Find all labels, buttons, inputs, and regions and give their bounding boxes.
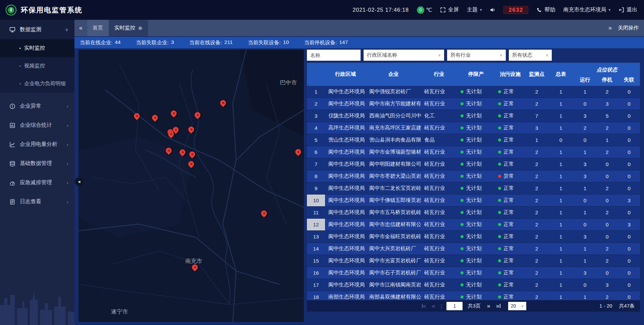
cell-lost: 0 — [618, 161, 640, 167]
sidebar-group-item[interactable]: 企业异常 ‹ — [0, 97, 74, 116]
collapse-map-button[interactable]: ◀ — [75, 178, 83, 185]
sidebar-group-item[interactable]: 应急减排管理 ‹ — [0, 173, 74, 192]
prev-page-button[interactable]: « — [431, 302, 437, 310]
cell-enterprise: 南部县双佛建材有限公 — [366, 293, 421, 300]
table-row[interactable]: 10 阆中生态环境局 阆中千佛镇五郎垭页岩 砖瓦行业 无计划 正常 — [307, 195, 640, 207]
table-row[interactable]: 8 阆中生态环境局 阆中市枣碧大梁山页岩 砖瓦行业 无计划 异常 — [307, 170, 640, 182]
cell-region: 阆中生态环境局 — [325, 197, 366, 204]
app-logo-icon — [5, 4, 17, 16]
industry-filter-select[interactable]: 所有行业 ∨ — [447, 50, 506, 61]
cell-enterprise: 阆中市石子页岩机砖厂 — [366, 269, 421, 276]
table-row[interactable]: 17 阆中生态环境局 阆中市江南镇阆南页岩 砖瓦行业 无计划 正常 — [307, 279, 640, 291]
stat-label: 当前失联企业: — [136, 39, 169, 46]
tabs-scroll-right-button[interactable]: » — [604, 24, 616, 32]
table-row[interactable]: 9 阆中生态环境局 阆中市二龙长宝页岩砖 砖瓦行业 无计划 正常 — [307, 182, 640, 195]
next-page-button[interactable]: » — [486, 302, 492, 310]
tab-close-icon[interactable]: ⊗ — [138, 25, 143, 31]
row-number: 14 — [307, 243, 325, 255]
sidebar-group-label: 数据监测 — [20, 26, 61, 33]
sidebar-group-item[interactable]: 企业用电量分析 ‹ — [0, 135, 74, 154]
tab[interactable]: 首页 ⊗ — [87, 20, 108, 36]
cell-monitor-points: 2 — [526, 270, 548, 276]
cell-industry: 砖瓦行业 — [421, 161, 457, 168]
sidebar-sub-item[interactable]: 企业电力负荷明细 — [0, 75, 74, 93]
status-dot-icon — [498, 126, 501, 129]
row-number: 4 — [307, 122, 325, 134]
region-filter-select[interactable]: 行政区域名称 ∨ — [364, 50, 444, 61]
cell-lost: 3 — [618, 198, 640, 204]
close-operations-button[interactable]: 关闭操作 — [618, 24, 639, 32]
database-icon — [9, 161, 15, 167]
sidebar-group-item[interactable]: 日志查看 ‹ — [0, 192, 74, 211]
table-row[interactable]: 16 阆中生态环境局 阆中市石子页岩机砖厂 砖瓦行业 无计划 正常 — [307, 267, 640, 279]
cell-enterprise: 阆中市江南镇阆南页岩 — [366, 281, 421, 288]
sidebar-group-label: 基础数据管理 — [20, 160, 62, 167]
table-row[interactable]: 5 营山生态环境局 营山县润丰肉食品有限 食品 无计划 正常 — [307, 134, 640, 146]
facility-status-label: 正常 — [503, 161, 514, 168]
temperature-value: 0 — [417, 6, 424, 14]
cell-monitor-points: 2 — [526, 246, 548, 252]
cell-total-meter: 1 — [548, 125, 574, 131]
table-row[interactable]: 11 阆中生态环境局 阆中市五马桥页岩机砖 砖瓦行业 无计划 正常 — [307, 207, 640, 219]
status-dot-icon — [498, 223, 501, 226]
sidebar-group-item[interactable]: 企业综合统计 ‹ — [0, 116, 74, 135]
org-menu-button[interactable]: 南充市生态环境局 ▾ — [563, 6, 610, 13]
cell-lost: 0 — [618, 137, 640, 143]
sidebar-sub-item[interactable]: 视频监控 — [0, 57, 74, 75]
theme-menu-button[interactable]: 主题 ▾ — [467, 6, 482, 13]
table-row[interactable]: 4 高坪生态环境局 南充市高坪区王家店建 砖瓦行业 无计划 正常 — [307, 122, 640, 134]
cell-industry: 食品 — [421, 137, 457, 144]
sidebar-sub-label: 视频监控 — [24, 62, 45, 69]
range-label: 1 - 20 — [599, 303, 612, 309]
logout-button[interactable]: 退出 — [619, 6, 637, 13]
sidebar-sub-item[interactable]: 实时监控 — [0, 39, 74, 57]
col-header-industry: 行业 — [421, 63, 457, 86]
map-panel[interactable]: 巴中市 南充市 遂宁市 — [78, 50, 304, 322]
col-header-halt: 停机 — [596, 74, 618, 86]
first-page-button[interactable]: « — [421, 302, 428, 310]
table-row[interactable]: 18 南部生态环境局 南部县双佛建材有限公 砖瓦行业 无计划 正常 — [307, 291, 640, 300]
cell-running: 3 — [574, 113, 596, 119]
tab[interactable]: 实时监控 ⊗ — [109, 20, 148, 36]
table-row[interactable]: 14 阆中生态环境局 阆中大兴页岩机砖厂 砖瓦行业 无计划 正常 — [307, 243, 640, 255]
last-page-button[interactable]: » — [495, 302, 502, 310]
help-button[interactable]: 帮助 — [536, 6, 555, 13]
cell-enterprise: 阆中市五马桥页岩机砖 — [366, 209, 421, 216]
facility-status-label: 正常 — [503, 100, 514, 107]
status-dot-icon — [461, 247, 464, 250]
cell-facility-status: 正常 — [495, 233, 526, 240]
cell-stop-status: 无计划 — [457, 245, 495, 252]
table-row[interactable]: 12 阆中生态环境局 阆中市忠信建材有限公 砖瓦行业 无计划 正常 — [307, 219, 640, 231]
table-row[interactable]: 15 阆中生态环境局 阆中市光富页岩机砖厂 砖瓦行业 无计划 正常 — [307, 255, 640, 267]
cell-industry: 化工 — [421, 112, 457, 119]
table-row[interactable]: 7 阆中生态环境局 阆中明阳建材有限公司 砖瓦行业 无计划 正常 — [307, 158, 640, 170]
fullscreen-button[interactable]: 全屏 — [440, 6, 459, 13]
chevron-down-icon: ∨ — [500, 53, 502, 57]
page-number-input[interactable] — [446, 302, 463, 310]
table-row[interactable]: 2 阆中生态环境局 阆中市南方节能建材有 砖瓦行业 无计划 正常 — [307, 98, 640, 110]
page-size-select[interactable]: 20 ∨ — [508, 302, 527, 310]
table-row[interactable]: 6 阆中生态环境局 阆中市金博瑞新型墙材 砖瓦行业 无计划 正常 — [307, 146, 640, 158]
table-row[interactable]: 3 仪陇生态环境局 西南油气田分公司川中 化工 无计划 正常 — [307, 110, 640, 122]
status-dot-icon — [498, 235, 501, 238]
fullscreen-icon — [440, 7, 446, 13]
status-filter-select[interactable]: 所有状态 ∨ — [509, 50, 552, 61]
cell-region: 阆中生态环境局 — [325, 161, 366, 168]
sidebar-group-item[interactable]: 数据监测 ∨ — [0, 20, 74, 39]
stat-label: 当前在线企业: — [80, 39, 112, 46]
table-row[interactable]: 1 阆中生态环境局 阆中强锐页岩砖厂 砖瓦行业 无计划 正常 — [307, 86, 640, 98]
tabs-scroll-left-button[interactable]: « — [74, 20, 87, 36]
stop-status-label: 无计划 — [466, 112, 482, 119]
status-dot-icon — [461, 271, 464, 274]
cell-lost: 0 — [618, 149, 640, 155]
announcement-button[interactable] — [490, 7, 495, 13]
cell-region: 阆中生态环境局 — [325, 221, 366, 228]
phone-icon — [536, 7, 542, 13]
sidebar-group-item[interactable]: 基础数据管理 ‹ — [0, 154, 74, 173]
industry-filter-value: 所有行业 — [450, 52, 471, 58]
name-filter-input[interactable] — [307, 50, 361, 61]
stop-status-label: 无计划 — [466, 137, 482, 144]
status-dot-icon — [461, 211, 464, 214]
row-number: 9 — [307, 182, 325, 194]
table-row[interactable]: 13 阆中生态环境局 阆中市金福旺页岩机砖 砖瓦行业 无计划 正常 — [307, 231, 640, 243]
